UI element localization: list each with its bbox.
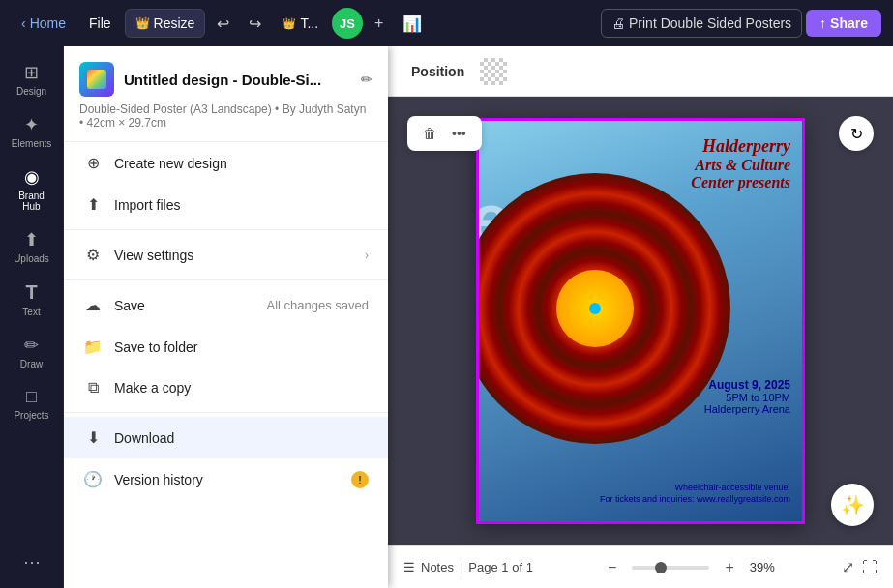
left-sidebar: ⊞ Design ✦ Elements ◉ Brand Hub ⬆ Upload… <box>0 46 64 588</box>
dropdown-panel: Untitled design - Double-Si... ✏ Double-… <box>64 46 388 588</box>
menu-item-import-files[interactable]: ⬆ Import files <box>64 184 388 225</box>
zoom-in-button[interactable]: + <box>717 553 741 582</box>
dropdown-header: Untitled design - Double-Si... ✏ Double-… <box>64 46 388 142</box>
share-button[interactable]: ↑ Share <box>806 10 881 37</box>
version-history-badge: ! <box>351 471 369 488</box>
menu-item-make-a-copy[interactable]: ⧉ Make a copy <box>64 368 388 408</box>
menu-item-download[interactable]: ⬇ Download <box>64 417 388 458</box>
magic-icon: ✨ <box>841 493 865 516</box>
canvas-area: Position 🗑 ••• ↻ ete Halderperry Arts <box>388 46 893 588</box>
print-icon: 🖨 <box>611 15 625 31</box>
avatar[interactable]: JS <box>332 8 363 39</box>
uploads-icon: ⬆ <box>24 229 39 250</box>
chart-icon: 📊 <box>402 15 422 32</box>
analytics-button[interactable]: 📊 <box>395 9 430 39</box>
sidebar-item-draw[interactable]: ✏ Draw <box>4 327 60 377</box>
page-label: Page 1 of 1 <box>468 560 533 574</box>
download-icon: ⬇ <box>83 428 103 447</box>
chevron-left-icon: ‹ <box>21 15 26 31</box>
undo-button[interactable]: ↩ <box>209 9 237 39</box>
sidebar-item-apps[interactable]: ⋯ <box>4 544 60 580</box>
zoom-level: 39% <box>750 560 775 574</box>
menu-item-view-settings[interactable]: ⚙ View settings › <box>64 234 388 276</box>
canvas-toolbar: Position <box>388 46 893 97</box>
draw-icon: ✏ <box>24 335 39 356</box>
create-new-icon: ⊕ <box>83 154 103 172</box>
fullscreen-icon[interactable]: ⛶ <box>862 559 878 576</box>
print-button[interactable]: 🖨 Print Double Sided Posters <box>601 9 802 38</box>
resize-button[interactable]: 👑 Resize <box>125 9 206 38</box>
brand-hub-icon: ◉ <box>24 166 40 188</box>
elements-icon: ✦ <box>24 114 39 135</box>
expand-icon[interactable]: ⤢ <box>842 558 854 576</box>
design-title: Untitled design - Double-Si... <box>124 72 351 88</box>
edit-title-icon[interactable]: ✏ <box>361 72 372 87</box>
menu-item-create-new-design[interactable]: ⊕ Create new design <box>64 142 388 184</box>
poster-date: August 9, 2025 5PM to 10PM Halderperry A… <box>704 378 790 415</box>
design-subtitle: Double-Sided Poster (A3 Landscape) • By … <box>79 103 372 130</box>
top-navigation: ‹ Home File 👑 Resize ↩ ↪ 👑 T... JS + 📊 🖨… <box>0 0 893 46</box>
folder-icon: 📁 <box>83 338 103 356</box>
history-icon: 🕐 <box>83 470 103 488</box>
settings-icon: ⚙ <box>83 246 103 264</box>
canva-logo <box>79 62 114 97</box>
sidebar-item-projects[interactable]: □ Projects <box>4 379 60 428</box>
crown-icon: 👑 <box>135 16 150 30</box>
crown-small-icon: 👑 <box>283 17 296 30</box>
redo-button[interactable]: ↪ <box>241 9 269 39</box>
arrow-icon: › <box>365 249 369 262</box>
floating-toolbar: 🗑 ••• <box>407 116 482 151</box>
canvas-wrapper[interactable]: 🗑 ••• ↻ ete Halderperry Arts & Culture C… <box>388 97 893 545</box>
menu-divider-1 <box>64 229 388 230</box>
tab-position[interactable]: Position <box>403 60 472 83</box>
more-options-button[interactable]: ••• <box>446 122 472 145</box>
refresh-button[interactable]: ↻ <box>839 116 874 151</box>
menu-item-save-to-folder[interactable]: 📁 Save to folder <box>64 326 388 368</box>
apps-icon: ⋯ <box>23 551 41 573</box>
refresh-icon: ↻ <box>850 125 863 143</box>
zoom-slider[interactable] <box>632 566 709 570</box>
zoom-out-button[interactable]: − <box>600 553 624 582</box>
design-canvas[interactable]: ete Halderperry Arts & Culture Center pr… <box>476 118 805 524</box>
template-button[interactable]: 👑 T... <box>273 10 328 37</box>
add-button[interactable]: + <box>367 9 391 38</box>
sidebar-item-design[interactable]: ⊞ Design <box>4 54 60 104</box>
design-icon: ⊞ <box>24 62 39 83</box>
menu-divider-3 <box>64 412 388 413</box>
bottom-bar: ☰ Notes | Page 1 of 1 − + 39% ⤢ ⛶ <box>388 545 893 588</box>
sidebar-item-brand-hub[interactable]: ◉ Brand Hub <box>4 159 60 220</box>
menu-item-version-history[interactable]: 🕐 Version history ! <box>64 458 388 500</box>
bottom-right-controls: ⤢ ⛶ <box>842 558 878 576</box>
notes-label[interactable]: Notes <box>421 560 454 574</box>
home-button[interactable]: ‹ Home <box>12 10 75 37</box>
sidebar-item-text[interactable]: T Text <box>4 274 60 325</box>
magic-button[interactable]: ✨ <box>831 484 874 526</box>
save-icon: ☁ <box>83 296 103 314</box>
sidebar-item-elements[interactable]: ✦ Elements <box>4 106 60 157</box>
file-button[interactable]: File <box>79 10 121 37</box>
text-icon: T <box>25 281 37 304</box>
menu-item-save[interactable]: ☁ Save All changes saved <box>64 284 388 326</box>
projects-icon: □ <box>26 387 37 407</box>
notes-icon: ☰ <box>403 560 415 574</box>
share-icon: ↑ <box>819 15 826 31</box>
menu-divider-2 <box>64 279 388 280</box>
main-area: ⊞ Design ✦ Elements ◉ Brand Hub ⬆ Upload… <box>0 46 893 588</box>
sidebar-item-uploads[interactable]: ⬆ Uploads <box>4 221 60 272</box>
transparency-toggle[interactable] <box>480 58 507 85</box>
import-icon: ⬆ <box>83 195 103 214</box>
delete-button[interactable]: 🗑 <box>417 122 442 145</box>
poster-fine-print: Wheelchair-accessible venue. For tickets… <box>600 482 790 506</box>
vinyl-record <box>476 173 730 444</box>
copy-icon: ⧉ <box>83 379 103 397</box>
zoom-controls: − + 39% <box>600 553 775 582</box>
